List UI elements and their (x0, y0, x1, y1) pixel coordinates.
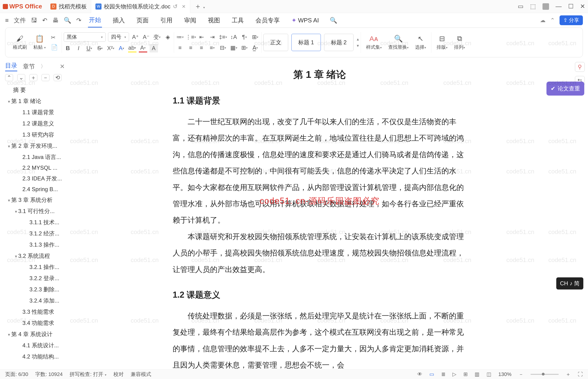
sidebar-tab-chapters[interactable]: 章节 (23, 63, 35, 71)
tab-review[interactable]: 审阅 (183, 14, 197, 27)
paste-button[interactable]: 📋粘贴 ▾ (30, 34, 49, 50)
tab-view[interactable]: 视图 (207, 14, 221, 27)
view-page-icon[interactable]: ▭ (429, 371, 434, 377)
strike-icon[interactable]: S▾ (96, 44, 104, 52)
italic-icon[interactable]: I (74, 44, 83, 52)
tab-document[interactable]: W校园失物招领系统论文.doc↺✕ (91, 0, 190, 13)
find-replace-button[interactable]: 🔍查找替换▾ (385, 34, 412, 50)
underline-icon[interactable]: U▾ (85, 44, 94, 52)
window-multi-icon[interactable]: ▭ (518, 3, 524, 10)
collapse-ribbon-icon[interactable]: ⌃ (550, 17, 555, 24)
status-spellcheck[interactable]: 拼写检查: 打开 ▾ (69, 371, 106, 378)
tab-insert[interactable]: 插入 (112, 14, 126, 27)
outline-item[interactable]: 第 2 章 开发环境... (5, 140, 65, 152)
align-center-icon[interactable]: ≡ (187, 44, 195, 52)
sidebar-close-icon[interactable]: ✕ (60, 63, 65, 70)
text-tool-icon[interactable]: A̲▾ (251, 44, 259, 52)
decrease-indent-icon[interactable]: ⇤ (197, 33, 206, 41)
bookmark-icon[interactable]: ⚲ (575, 62, 585, 72)
file-menu[interactable]: 文件 (14, 16, 26, 24)
zoom-value[interactable]: 130% (498, 371, 511, 377)
font-color-icon[interactable]: A▾ (139, 44, 147, 52)
align-right-icon[interactable]: ≡ (197, 44, 206, 52)
border-icon[interactable]: ⊞▾ (240, 44, 249, 52)
outline-expand-icon[interactable]: ⌄ (17, 74, 25, 81)
tab-tools[interactable]: 工具 (231, 14, 245, 27)
view-read-icon[interactable]: 👁 (417, 371, 422, 377)
tab-reference[interactable]: 引用 (159, 14, 173, 27)
outline-link-icon[interactable]: ⟲ (54, 74, 62, 81)
line-spacing-icon[interactable]: ‡≡▾ (219, 33, 227, 41)
close-window-icon[interactable]: ✕ (580, 3, 585, 10)
outline-item[interactable]: 2.2 MYSQL ... (5, 163, 65, 173)
shading-icon[interactable]: ▦▾ (230, 44, 238, 52)
menu-icon[interactable]: ≡ (5, 17, 9, 24)
tab-templates[interactable]: D找稻壳模板 (46, 0, 91, 13)
zoom-slider[interactable] (531, 374, 559, 375)
document-viewport[interactable]: 第 1 章 绪论 1.1 课题背景 二十一世纪互联网的出现，改变了几千年以来人们… (68, 60, 572, 369)
print-icon[interactable]: 🖶 (52, 17, 59, 24)
style-prev-icon[interactable]: ▴ (357, 37, 359, 42)
clear-format-icon[interactable]: ◈ (164, 33, 172, 41)
sidebar-tab-toc[interactable]: 目录 (5, 62, 17, 71)
avatar-icon[interactable] (542, 3, 549, 10)
outline-item[interactable]: 3.2 系统流程 (5, 250, 65, 262)
select-button[interactable]: ↖选择▾ (412, 34, 429, 50)
view-outline-icon[interactable]: ≣ (441, 371, 445, 377)
outline-item[interactable]: 3.2.4 添加... (5, 295, 65, 306)
justify-icon[interactable]: ≡▾ (208, 44, 217, 52)
tab-settings-icon[interactable]: ⊞▾ (251, 33, 259, 41)
redo-icon[interactable]: ↷ (76, 17, 82, 24)
increase-font-icon[interactable]: A⁺ (131, 33, 140, 41)
text-effect-icon[interactable]: A▾ (117, 44, 126, 52)
outline-item[interactable]: 3.1.1 技术... (5, 217, 65, 228)
cut-icon[interactable]: ✂ (51, 34, 58, 41)
status-proofread[interactable]: 校对 (113, 371, 124, 378)
distribute-icon[interactable]: ⊟▾ (219, 44, 227, 52)
style-body[interactable]: 正文 (263, 34, 288, 51)
style-heading2[interactable]: 标题 2 (324, 34, 353, 51)
outline-item[interactable]: 1.2 课题意义 (5, 118, 65, 129)
share-button[interactable]: ⇪分享 (559, 16, 583, 25)
style-set-button[interactable]: Аᴀ样式集▾ (363, 34, 385, 50)
zoom-out-icon[interactable]: － (519, 371, 524, 378)
paper-check-button[interactable]: ✔论文查重 (546, 81, 584, 95)
increase-indent-icon[interactable]: ⇥ (208, 33, 217, 41)
outline-item[interactable]: 第 4 章 系统设计 (5, 329, 65, 340)
outline-item[interactable]: 3.4 功能需求 (5, 317, 65, 329)
bold-icon[interactable]: B (64, 44, 72, 52)
outline-item[interactable]: 4.1 系统设计... (5, 340, 65, 351)
fit-icon[interactable]: ⛶ (578, 371, 583, 377)
outline-add-icon[interactable]: ＋ (29, 74, 37, 81)
outline-item[interactable]: 1.1 课题背景 (5, 107, 65, 118)
outline-remove-icon[interactable]: － (42, 74, 50, 81)
tab-wps-ai[interactable]: ✦WPS AI (290, 14, 320, 27)
close-tab-icon[interactable]: ✕ (182, 4, 186, 9)
zoom-in-icon[interactable]: ＋ (566, 371, 571, 378)
align-left-icon[interactable]: ≡ (176, 44, 184, 52)
outline-item[interactable]: 3.3 性能需求 (5, 306, 65, 317)
outline-item[interactable]: 2.4 Spring B... (5, 184, 65, 194)
outline-collapse-icon[interactable]: ⌃ (5, 74, 13, 81)
numbering-icon[interactable]: ⋮≡▾ (187, 33, 195, 41)
outline-item[interactable]: 第 3 章 系统分析 (5, 194, 65, 205)
font-family-select[interactable]: 黑体▾ (64, 32, 106, 42)
format-brush-button[interactable]: 🖌格式刷 (10, 35, 30, 50)
tab-home[interactable]: 开始 (88, 13, 102, 28)
outline-item[interactable]: 3.1 可行性分... (5, 205, 65, 217)
outline-item[interactable]: 4.2 功能结构... (5, 351, 65, 362)
view-grid-icon[interactable]: ⊞ (463, 371, 468, 377)
undo-icon[interactable]: ↶ (42, 17, 47, 24)
show-marks-icon[interactable]: ¶▾ (240, 33, 249, 41)
outline-item[interactable]: 1.3 研究内容 (5, 129, 65, 140)
tab-member[interactable]: 会员专享 (254, 14, 281, 27)
outline-item[interactable]: 3.2.3 删除... (5, 284, 65, 295)
layout-button[interactable]: ⊟排版▾ (433, 34, 451, 50)
minimize-icon[interactable]: — (555, 3, 562, 10)
outline-item[interactable]: 3.1.2 经济... (5, 228, 65, 239)
add-tab-button[interactable]: ＋ ▾ (190, 2, 209, 11)
sidebar-next-icon[interactable]: 〉 (41, 63, 46, 70)
view-play-icon[interactable]: ▷ (453, 371, 456, 377)
arrange-button[interactable]: ⧉排列▾ (451, 34, 468, 50)
outline-item[interactable]: 摘 要 (5, 84, 65, 95)
